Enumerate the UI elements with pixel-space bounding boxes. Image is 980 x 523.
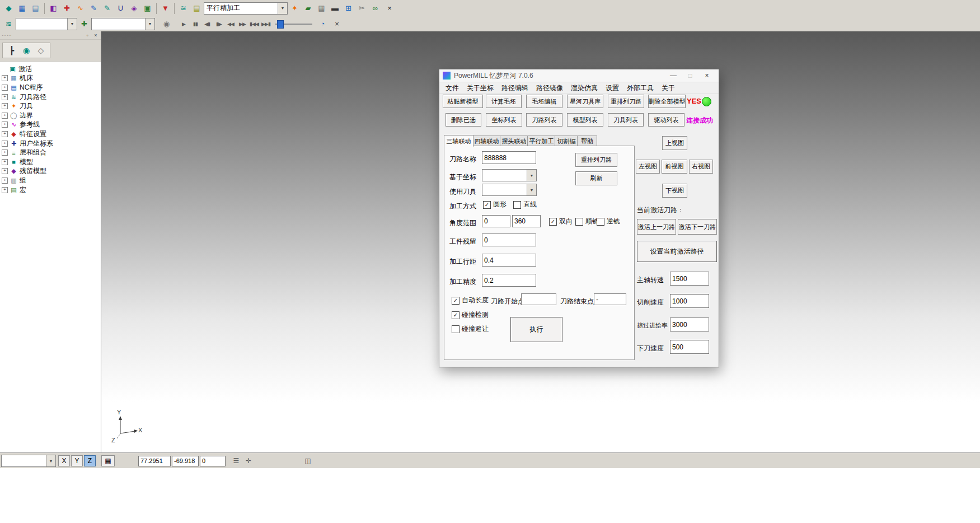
sim-toolpath-dropdown[interactable]: ▼ <box>16 18 77 30</box>
view-top-button[interactable]: 上视图 <box>662 136 687 150</box>
view-bottom-button[interactable]: 下视图 <box>662 184 687 198</box>
view-left-button[interactable]: 左视图 <box>636 160 660 174</box>
tool-icon[interactable]: ▼ <box>159 2 172 15</box>
chevron-down-icon[interactable]: ▼ <box>527 184 536 195</box>
sim-tool-dropdown[interactable]: ▼ <box>91 18 155 30</box>
axe-icon[interactable]: ✦ <box>288 2 301 15</box>
shield-icon[interactable]: ◇ <box>34 44 48 57</box>
coord-x-input[interactable] <box>138 456 171 466</box>
skim-feed-input[interactable] <box>670 317 709 331</box>
strategy-list-icon[interactable]: ▤ <box>190 2 203 15</box>
fast-forward-icon[interactable]: ▶▶ <box>237 18 248 30</box>
print-icon[interactable]: ▤ <box>29 2 42 15</box>
expander-icon[interactable]: + <box>2 103 8 109</box>
expander-icon[interactable]: + <box>2 75 8 81</box>
expander-icon[interactable]: + <box>2 168 8 174</box>
collision-avoid-checkbox[interactable]: 碰撞避让 <box>452 324 489 334</box>
mode-circle-checkbox[interactable]: ✓ 圆形 <box>483 200 507 209</box>
tree-item-macros[interactable]: + ▤ 宏 <box>0 185 101 195</box>
end-point-input[interactable] <box>594 293 626 305</box>
mode-line-checkbox[interactable]: 直线 <box>513 200 537 209</box>
tree-item-tools[interactable]: + ✦ 刀具 <box>0 101 101 111</box>
sim-toolbar-close-icon[interactable]: × <box>332 19 342 29</box>
axis-z-button[interactable]: Z <box>84 455 96 466</box>
block-edit-button[interactable]: 毛坯编辑 <box>526 95 562 108</box>
menu-settings[interactable]: 设置 <box>602 83 623 93</box>
angle-to-input[interactable] <box>512 215 541 227</box>
rearrange-toolpaths-button[interactable]: 重排列刀路 <box>608 95 644 108</box>
stepover-input[interactable] <box>482 254 536 267</box>
maximize-button[interactable]: □ <box>682 70 698 81</box>
pin-icon[interactable]: ▫ <box>84 32 91 39</box>
tree-item-models[interactable]: + ■ 模型 <box>0 157 101 167</box>
dialog-titlebar[interactable]: PowerMILL 忆梦星河 7.0.6 — □ × <box>439 69 719 82</box>
simulation-speed-slider[interactable] <box>275 20 312 29</box>
tab-tilthead[interactable]: 摆头联动 <box>500 136 528 147</box>
tree-item-toolpaths[interactable]: + ≋ 刀具路径 <box>0 92 101 102</box>
toolpath-list-button[interactable]: 刀路列表 <box>526 113 562 127</box>
calculator-icon[interactable]: ▦ <box>315 2 328 15</box>
toolpath-name-input[interactable] <box>482 151 536 164</box>
menu-render-sim[interactable]: 渲染仿真 <box>567 83 602 93</box>
expander-icon[interactable]: + <box>2 141 8 147</box>
slider-handle[interactable] <box>277 20 284 29</box>
stock-allowance-input[interactable] <box>482 234 536 246</box>
execute-button[interactable]: 执行 <box>510 317 562 342</box>
workplane-icon[interactable]: ✚ <box>60 2 73 15</box>
counter-icon[interactable]: ▬ <box>329 2 341 15</box>
tree-item-feature-sets[interactable]: + ◆ 特征设置 <box>0 129 101 139</box>
strategies-icon[interactable]: ≋ <box>177 2 190 15</box>
menu-path-edit[interactable]: 路径编辑 <box>498 83 532 93</box>
cutting-feed-input[interactable] <box>670 294 709 308</box>
auto-length-checkbox[interactable]: ✓ 自动长度 <box>452 296 489 305</box>
tab-parallel[interactable]: 平行加工 <box>527 136 556 147</box>
lightbulb-icon[interactable]: ◉ <box>160 17 173 30</box>
go-start-icon[interactable]: ▮◀◀ <box>248 18 260 30</box>
grid-icon[interactable]: ▦ <box>101 455 115 466</box>
model-list-button[interactable]: 模型列表 <box>567 113 603 127</box>
minimize-button[interactable]: — <box>665 70 682 81</box>
menu-coords[interactable]: 关于坐标 <box>463 83 498 93</box>
step-back-icon[interactable]: ◀▮ <box>201 18 213 30</box>
menu-path-mirror[interactable]: 路径镜像 <box>532 83 567 93</box>
spindle-speed-input[interactable] <box>670 272 709 286</box>
tool-list-button[interactable]: 刀具列表 <box>608 113 644 127</box>
boundary-icon[interactable]: ✎ <box>101 2 114 15</box>
chevron-down-icon[interactable]: ▼ <box>527 170 536 181</box>
expander-icon[interactable]: + <box>2 187 8 193</box>
refresh-button[interactable]: 刷新 <box>575 171 617 185</box>
coord-list-button[interactable]: 坐标列表 <box>486 113 522 127</box>
tab-3axis[interactable]: 三轴联动 <box>444 135 473 147</box>
menu-about[interactable]: 关于 <box>658 83 679 93</box>
toolbar-close-icon[interactable]: × <box>385 3 395 13</box>
coord-y-input[interactable] <box>172 456 199 466</box>
hierarchy-icon[interactable]: ┣ <box>5 44 18 57</box>
clipper-icon[interactable]: ✂ <box>355 2 368 15</box>
toolpath-icon[interactable]: ∿ <box>74 2 87 15</box>
drag-grip-icon[interactable]: ⋯⋯ <box>2 33 12 38</box>
expander-icon[interactable]: + <box>2 159 8 165</box>
calc-block-button[interactable]: 计算毛坯 <box>486 95 522 108</box>
expander-icon[interactable]: + <box>2 122 8 128</box>
statusbar-dropdown[interactable]: ▼ <box>1 455 56 467</box>
activate-prev-toolpath-button[interactable]: 激活上一刀路 <box>637 219 676 235</box>
chevron-down-icon[interactable]: ▼ <box>145 18 154 30</box>
expander-icon[interactable]: + <box>2 150 8 156</box>
coord-z-input[interactable] <box>200 456 226 466</box>
strategy-dropdown[interactable]: 平行精加工 ▼ <box>204 2 288 15</box>
clock-icon[interactable]: ◔ <box>316 17 329 30</box>
close-icon[interactable]: × <box>92 32 99 39</box>
expander-icon[interactable]: + <box>2 178 8 184</box>
tree-item-nc-programs[interactable]: + ▤ NC程序 <box>0 83 101 92</box>
block-icon[interactable]: ◧ <box>47 2 60 15</box>
plunge-feed-input[interactable] <box>670 340 709 354</box>
rearrange-button[interactable]: 重排列刀路 <box>575 153 617 167</box>
drive-list-button[interactable]: 驱动列表 <box>648 113 684 127</box>
rewind-icon[interactable]: ◀◀ <box>225 18 236 30</box>
model-icon[interactable]: ◆ <box>2 2 15 15</box>
pause-icon[interactable]: ▮▮ <box>190 18 201 30</box>
expander-icon[interactable]: + <box>2 85 8 91</box>
start-point-input[interactable] <box>521 293 556 305</box>
tree-item-stock-models[interactable]: + ◆ 残留模型 <box>0 167 101 176</box>
feature-icon[interactable]: U <box>114 2 127 15</box>
